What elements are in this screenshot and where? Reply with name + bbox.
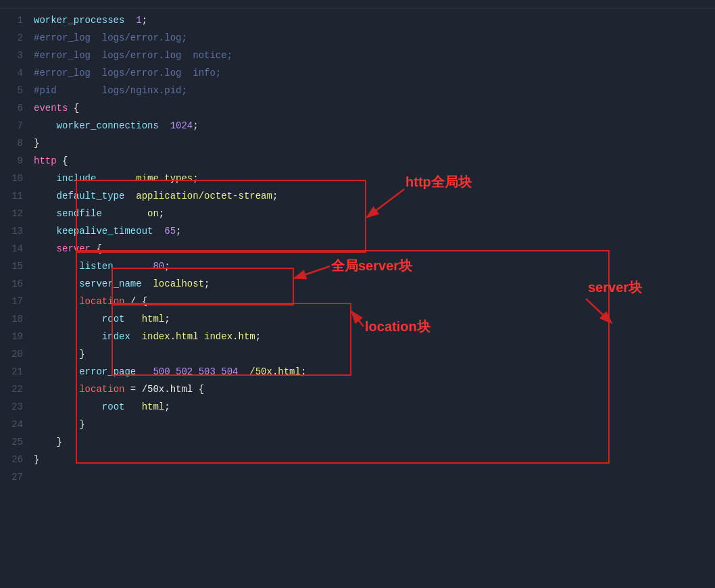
line-14: 14 server { bbox=[0, 240, 715, 258]
line-7: 7 worker_connections 1024; bbox=[0, 117, 715, 134]
line-content: location = /50x.html { bbox=[34, 381, 715, 398]
line-content: index index.html index.htm; bbox=[34, 328, 715, 345]
line-content: http { bbox=[34, 152, 715, 170]
line-17: 17 location / { bbox=[0, 293, 715, 310]
line-12: 12 sendfile on; bbox=[0, 205, 715, 222]
line-21: 21 error_page 500 502 503 504 /50x.html; bbox=[0, 363, 715, 381]
line-number: 12 bbox=[0, 205, 34, 222]
line-number: 9 bbox=[0, 152, 34, 170]
line-number: 1 bbox=[0, 11, 34, 29]
line-content: } bbox=[34, 134, 715, 152]
line-6: 6events { bbox=[0, 99, 715, 117]
line-content: listen 80; bbox=[34, 258, 715, 275]
line-8: 8} bbox=[0, 134, 715, 152]
line-2: 2#error_log logs/error.log; bbox=[0, 29, 715, 47]
line-19: 19 index index.html index.htm; bbox=[0, 328, 715, 345]
line-number: 10 bbox=[0, 170, 34, 187]
line-content: server_name localhost; bbox=[34, 275, 715, 293]
line-5: 5#pid logs/nginx.pid; bbox=[0, 82, 715, 99]
line-content: server { bbox=[34, 240, 715, 258]
line-number: 22 bbox=[0, 381, 34, 398]
line-18: 18 root html; bbox=[0, 310, 715, 328]
line-content: include mime.types; bbox=[34, 170, 715, 187]
line-3: 3#error_log logs/error.log notice; bbox=[0, 47, 715, 64]
line-number: 27 bbox=[0, 468, 34, 486]
line-number: 26 bbox=[0, 451, 34, 468]
line-number: 21 bbox=[0, 363, 34, 381]
line-content: #pid logs/nginx.pid; bbox=[34, 82, 715, 99]
line-number: 5 bbox=[0, 82, 34, 99]
line-4: 4#error_log logs/error.log info; bbox=[0, 64, 715, 82]
line-9: 9http { bbox=[0, 152, 715, 170]
line-11: 11 default_type application/octet-stream… bbox=[0, 187, 715, 205]
line-number: 20 bbox=[0, 345, 34, 363]
line-number: 14 bbox=[0, 240, 34, 258]
line-content: root html; bbox=[34, 398, 715, 416]
line-number: 8 bbox=[0, 134, 34, 152]
line-content: keepalive_timeout 65; bbox=[34, 222, 715, 240]
line-16: 16 server_name localhost; bbox=[0, 275, 715, 293]
line-number: 24 bbox=[0, 416, 34, 433]
line-number: 25 bbox=[0, 433, 34, 451]
line-22: 22 location = /50x.html { bbox=[0, 381, 715, 398]
line-content: } bbox=[34, 345, 715, 363]
line-number: 6 bbox=[0, 99, 34, 117]
line-15: 15 listen 80; bbox=[0, 258, 715, 275]
breadcrumb bbox=[0, 0, 715, 9]
line-number: 13 bbox=[0, 222, 34, 240]
line-23: 23 root html; bbox=[0, 398, 715, 416]
line-number: 4 bbox=[0, 64, 34, 82]
line-number: 7 bbox=[0, 117, 34, 134]
line-content: } bbox=[34, 416, 715, 433]
line-25: 25 } bbox=[0, 433, 715, 451]
line-number: 3 bbox=[0, 47, 34, 64]
line-content: root html; bbox=[34, 310, 715, 328]
line-number: 17 bbox=[0, 293, 34, 310]
line-number: 2 bbox=[0, 29, 34, 47]
line-content: #error_log logs/error.log; bbox=[34, 29, 715, 47]
line-content: worker_processes 1; bbox=[34, 11, 715, 29]
line-number: 16 bbox=[0, 275, 34, 293]
line-content: location / { bbox=[34, 293, 715, 310]
line-number: 11 bbox=[0, 187, 34, 205]
line-content: #error_log logs/error.log notice; bbox=[34, 47, 715, 64]
line-content: #error_log logs/error.log info; bbox=[34, 64, 715, 82]
line-number: 15 bbox=[0, 258, 34, 275]
line-24: 24 } bbox=[0, 416, 715, 433]
line-content: sendfile on; bbox=[34, 205, 715, 222]
editor: 1worker_processes 1;2#error_log logs/err… bbox=[0, 9, 715, 486]
line-content: } bbox=[34, 433, 715, 451]
line-27: 27 bbox=[0, 468, 715, 486]
line-content: error_page 500 502 503 504 /50x.html; bbox=[34, 363, 715, 381]
line-number: 23 bbox=[0, 398, 34, 416]
line-number: 18 bbox=[0, 310, 34, 328]
line-content: events { bbox=[34, 99, 715, 117]
line-10: 10 include mime.types; bbox=[0, 170, 715, 187]
line-content: } bbox=[34, 451, 715, 468]
line-content: worker_connections 1024; bbox=[34, 117, 715, 134]
line-number: 19 bbox=[0, 328, 34, 345]
line-13: 13 keepalive_timeout 65; bbox=[0, 222, 715, 240]
line-20: 20 } bbox=[0, 345, 715, 363]
line-1: 1worker_processes 1; bbox=[0, 11, 715, 29]
line-content: default_type application/octet-stream; bbox=[34, 187, 715, 205]
line-26: 26} bbox=[0, 451, 715, 468]
